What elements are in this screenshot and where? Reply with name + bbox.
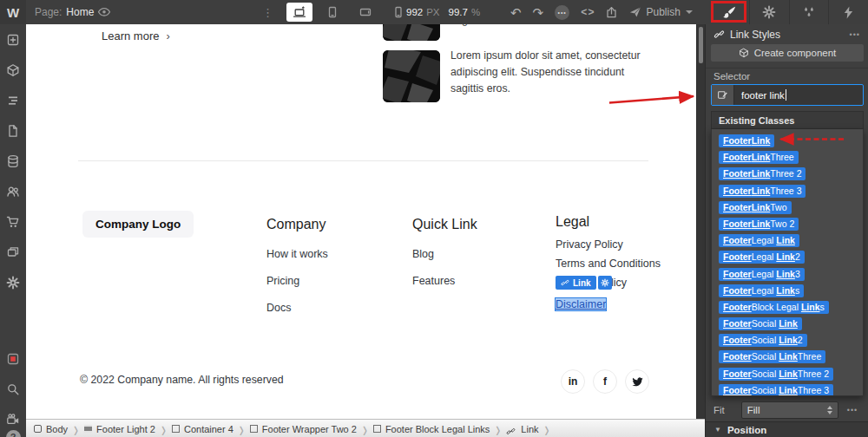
breadcrumb-label: Link xyxy=(521,424,538,434)
code-icon[interactable]: < > xyxy=(581,6,593,18)
breadcrumb-item[interactable]: Footer Wrapper Two 2 xyxy=(242,420,365,437)
class-pill[interactable]: Footer Social Link Three 2 xyxy=(719,368,833,381)
facebook-icon[interactable]: f xyxy=(593,369,617,394)
breadcrumb-item[interactable]: Body xyxy=(26,420,76,437)
fit-menu-icon[interactable]: ••• xyxy=(847,406,858,414)
square-icon xyxy=(172,425,180,433)
class-pill[interactable]: Footer Link xyxy=(719,134,774,147)
breakpoint-tablet[interactable] xyxy=(316,0,349,24)
preview-eye-icon[interactable] xyxy=(97,5,111,19)
footer-link[interactable]: Features xyxy=(412,275,477,287)
link-badge-settings[interactable] xyxy=(598,276,612,290)
footer-link[interactable]: Blog xyxy=(412,248,477,260)
interactions-panel-button[interactable] xyxy=(789,0,829,24)
class-pill[interactable]: Footer Social Link 2 xyxy=(719,334,807,347)
footer-link[interactable]: How it works xyxy=(266,248,328,260)
class-pill[interactable]: Footer Social Link Three 3 xyxy=(719,384,833,396)
page-switcher[interactable]: Page: Home xyxy=(35,0,94,24)
breadcrumb-item[interactable]: Footer Light 2 xyxy=(76,420,163,437)
zoom-value: 99.7 xyxy=(449,7,468,17)
webflow-logo[interactable]: W xyxy=(0,0,26,24)
publish-button[interactable]: Publish xyxy=(629,6,693,19)
linkedin-icon[interactable]: in xyxy=(561,369,585,394)
panel-menu-icon[interactable]: ••• xyxy=(850,30,860,39)
canvas-dimensions[interactable]: 992 PX 99.7 % xyxy=(406,0,480,24)
footer-link[interactable]: Terms and Conditions xyxy=(556,258,661,270)
chain-icon xyxy=(561,278,569,287)
footer-link[interactable]: Disclaimer xyxy=(556,298,606,310)
record-icon[interactable] xyxy=(0,345,26,373)
class-pill[interactable]: Footer Link Three xyxy=(719,151,799,164)
export-icon[interactable] xyxy=(605,5,618,18)
breakpoint-tablet-landscape[interactable] xyxy=(349,0,382,24)
breadcrumb-item[interactable]: Link xyxy=(498,420,546,437)
style-panel-button[interactable] xyxy=(710,0,749,24)
class-pill[interactable]: Footer Legal Links xyxy=(719,284,804,297)
undo-icon[interactable]: ↶ xyxy=(510,6,522,19)
position-section-header[interactable]: ▼ Position xyxy=(706,421,868,437)
footer-link[interactable]: Docs xyxy=(266,302,328,314)
breadcrumb-item[interactable]: Container 4 xyxy=(164,420,241,437)
clipped-text-top: sagittis eros. xyxy=(450,24,555,28)
settings-panel-button[interactable] xyxy=(749,0,789,24)
more-circle-icon[interactable]: ••• xyxy=(555,5,569,20)
class-pill[interactable]: Footer Social Link Three xyxy=(719,350,825,363)
matched-term: Link xyxy=(779,335,798,345)
fit-row: Fit Fill ••• xyxy=(706,399,868,421)
company-logo[interactable]: Company Logo xyxy=(82,211,194,238)
users-icon[interactable] xyxy=(0,176,26,206)
class-pill[interactable]: Footer Legal Link 3 xyxy=(719,268,805,281)
breadcrumb-separator: › xyxy=(496,419,500,437)
footer-link[interactable]: Privacy Policy xyxy=(556,238,661,251)
search-icon[interactable] xyxy=(0,375,26,403)
matched-term: Link xyxy=(752,186,771,196)
pages-icon[interactable] xyxy=(0,115,26,146)
quick-actions-button[interactable] xyxy=(828,0,868,24)
matched-term: Footer xyxy=(723,269,752,279)
chain-icon xyxy=(713,29,725,40)
add-elements-icon[interactable] xyxy=(0,24,26,55)
breadcrumb: Body›Footer Light 2›Container 4›Footer W… xyxy=(26,419,705,437)
class-pill[interactable]: Footer Link Two 2 xyxy=(719,218,799,231)
lorem-line: sagittis eros. xyxy=(450,81,641,97)
breadcrumb-label: Footer Block Legal Links xyxy=(385,424,490,434)
style-panel: Link Styles ••• Create component Selecto… xyxy=(705,24,868,437)
class-pill[interactable]: Footer Link Two xyxy=(719,201,792,214)
panel-divider xyxy=(706,68,868,68)
navigator-icon[interactable] xyxy=(0,85,26,115)
matched-term: Footer xyxy=(723,168,752,179)
project-settings-icon[interactable] xyxy=(0,267,26,297)
matched-term: Footer xyxy=(723,218,752,229)
components-icon[interactable] xyxy=(0,55,26,85)
class-pill[interactable]: Footer Block Legal Links xyxy=(719,301,829,314)
class-pill[interactable]: Footer Social Link xyxy=(719,317,802,330)
fit-select[interactable]: Fill xyxy=(741,401,838,419)
class-pill[interactable]: Footer Link Three 2 xyxy=(719,167,806,180)
footer-link[interactable]: Pricing xyxy=(266,275,328,287)
toolbar-actions: ↶ ↷ ••• < > Publish xyxy=(510,0,693,24)
create-component-button[interactable]: Create component xyxy=(711,44,864,62)
more-vertical-icon[interactable]: ⋮ xyxy=(262,0,273,24)
class-pill[interactable]: Footer Legal Link xyxy=(719,234,799,247)
help-icon[interactable]: ? xyxy=(0,421,26,437)
twitter-icon[interactable] xyxy=(625,369,649,394)
ecommerce-cart-icon[interactable] xyxy=(0,206,26,237)
selector-input[interactable]: footer link xyxy=(711,84,864,106)
scrollbar-thumb[interactable] xyxy=(699,27,703,63)
existing-classes-list: Footer LinkFooter Link ThreeFooter Link … xyxy=(711,129,864,396)
collapse-caret-icon: ▼ xyxy=(714,426,721,434)
breakpoint-desktop[interactable] xyxy=(283,0,316,24)
right-toolbar xyxy=(710,0,868,24)
placeholder-image[interactable] xyxy=(383,50,440,102)
class-pill[interactable]: Footer Link Three 3 xyxy=(719,185,806,198)
footer-column-title: Legal xyxy=(556,213,661,230)
learn-more-link[interactable]: Learn more› xyxy=(102,29,170,42)
cms-database-icon[interactable] xyxy=(0,146,26,176)
assets-icon[interactable] xyxy=(0,237,26,267)
redo-icon[interactable]: ↷ xyxy=(533,6,544,19)
breadcrumb-item[interactable]: Footer Block Legal Links xyxy=(365,420,497,437)
link-badge-pill[interactable]: Link xyxy=(556,276,596,290)
placeholder-image-clipped[interactable] xyxy=(383,24,440,41)
class-pill[interactable]: Footer Legal Link 2 xyxy=(719,251,805,264)
link-icon xyxy=(506,425,516,433)
